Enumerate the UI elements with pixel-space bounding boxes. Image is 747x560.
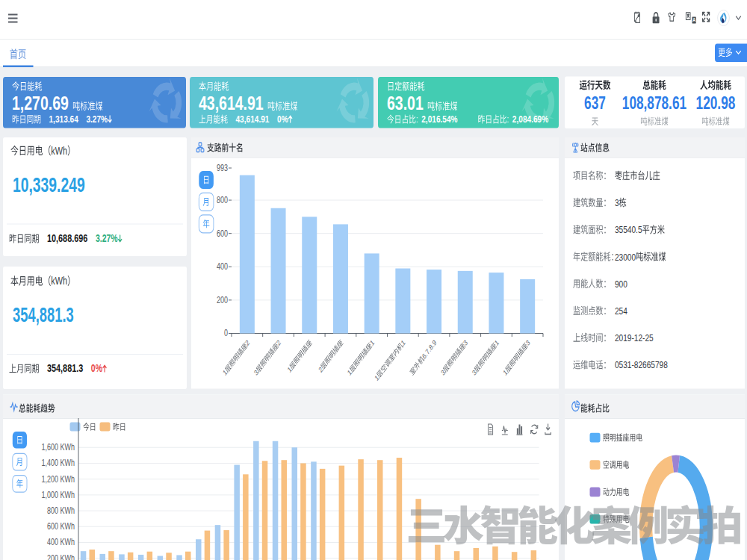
svg-text:354,881.3: 354,881.3 (47, 362, 83, 375)
svg-text:43,614.91: 43,614.91 (199, 92, 264, 113)
svg-text:23000: 23000 (615, 251, 636, 263)
svg-text:10,339.249: 10,339.249 (13, 172, 85, 196)
svg-text:2,016.54%: 2,016.54% (421, 113, 458, 125)
svg-text:0: 0 (224, 328, 228, 338)
svg-text:637: 637 (584, 94, 606, 113)
svg-text::: : (416, 114, 418, 125)
svg-text:63.01: 63.01 (387, 92, 424, 113)
svg-text:2019-12-25: 2019-12-25 (615, 332, 654, 344)
svg-text:800 KWh: 800 KWh (47, 505, 75, 516)
svg-text:354,881.3: 354,881.3 (13, 302, 74, 326)
svg-text:1,600 KWh: 1,600 KWh (41, 442, 75, 452)
svg-text:kWh: kWh (51, 144, 67, 157)
svg-text:993: 993 (217, 163, 228, 173)
svg-text:200: 200 (217, 295, 228, 305)
svg-text:1,200 KWh: 1,200 KWh (41, 473, 75, 484)
svg-text:10,688.696: 10,688.696 (47, 232, 87, 245)
svg-text:1,000 KWh: 1,000 KWh (41, 490, 75, 500)
svg-text:0%: 0% (277, 113, 288, 125)
svg-text:900: 900 (615, 278, 627, 290)
svg-text:120.98: 120.98 (696, 94, 736, 113)
svg-text:43,614.91: 43,614.91 (236, 113, 270, 125)
svg-text:kWh: kWh (51, 275, 67, 287)
svg-text:3.27%: 3.27% (86, 113, 108, 125)
svg-text:800: 800 (217, 195, 228, 205)
svg-text:600 KWh: 600 KWh (47, 521, 75, 532)
svg-text:0531-82665798: 0531-82665798 (615, 359, 668, 371)
svg-text:400 KWh: 400 KWh (47, 537, 75, 547)
svg-text:3: 3 (615, 197, 619, 209)
svg-text:3.27%: 3.27% (96, 233, 118, 245)
svg-text:600: 600 (217, 228, 228, 238)
svg-text:A: A (692, 17, 695, 23)
svg-text::: : (507, 114, 509, 125)
svg-text:400: 400 (217, 261, 228, 272)
svg-text:1,400 KWh: 1,400 KWh (41, 458, 75, 468)
svg-text:254: 254 (615, 305, 627, 317)
svg-text:35540.5: 35540.5 (615, 224, 642, 236)
svg-text:200 KWh: 200 KWh (47, 553, 75, 560)
svg-text:108,878.61: 108,878.61 (622, 94, 686, 113)
svg-text:1,270.69: 1,270.69 (12, 92, 69, 113)
svg-text:1,313.64: 1,313.64 (49, 113, 78, 125)
svg-text:0%: 0% (91, 363, 102, 375)
